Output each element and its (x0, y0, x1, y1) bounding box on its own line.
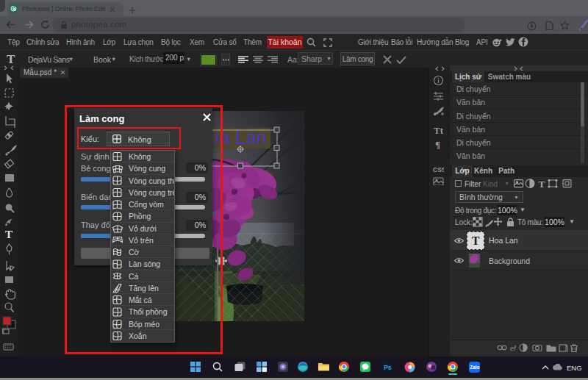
svg-text:Ps: Ps (384, 364, 392, 371)
svg-text:CSS: CSS (433, 166, 444, 173)
svg-text:T: T (5, 229, 12, 240)
svg-text:Tt: Tt (434, 125, 444, 136)
svg-text:T: T (539, 179, 545, 188)
svg-text:ef: ef (510, 345, 517, 352)
svg-text:¶: ¶ (435, 139, 440, 150)
svg-text:Zalo: Zalo (470, 365, 479, 370)
